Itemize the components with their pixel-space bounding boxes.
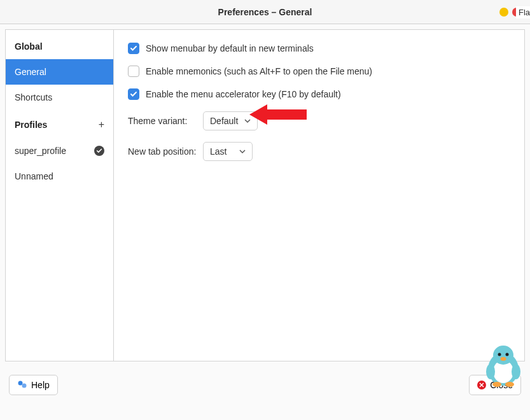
sidebar: Global General Shortcuts Profiles + supe… <box>5 29 114 361</box>
theme-variant-label: Theme variant: <box>128 116 203 126</box>
new-tab-position-value: Last <box>210 146 227 157</box>
mnemonics-checkbox[interactable] <box>128 66 139 77</box>
default-profile-check-icon <box>94 146 104 156</box>
settings-pane: Show menubar by default in new terminals… <box>114 29 525 361</box>
accelerator-label: Enable the menu accelerator key (F10 by … <box>146 89 341 99</box>
mnemonics-label: Enable mnemonics (such as Alt+F to open … <box>146 66 372 76</box>
show-menubar-label: Show menubar by default in new terminals <box>146 43 314 53</box>
theme-variant-row: Theme variant: Default <box>128 111 510 130</box>
svg-point-1 <box>22 384 27 388</box>
close-button[interactable]: Close <box>469 375 521 395</box>
show-menubar-row: Show menubar by default in new terminals <box>128 43 510 54</box>
sidebar-item-label: Unnamed <box>15 171 53 181</box>
new-tab-position-row: New tab position: Last <box>128 142 510 161</box>
main-area: Global General Shortcuts Profiles + supe… <box>0 24 530 367</box>
mnemonics-row: Enable mnemonics (such as Alt+F to open … <box>128 66 510 77</box>
close-icon <box>477 381 486 389</box>
minimize-window-button[interactable] <box>499 8 508 17</box>
sidebar-item-label: super_profile <box>15 146 66 156</box>
sidebar-heading-profiles: Profiles + <box>6 110 113 138</box>
theme-variant-dropdown[interactable]: Default <box>203 111 258 130</box>
sidebar-profile-unnamed[interactable]: Unnamed <box>6 164 113 189</box>
help-icon <box>17 380 27 390</box>
accelerator-row: Enable the menu accelerator key (F10 by … <box>128 88 510 100</box>
help-button-label: Help <box>31 380 50 390</box>
accelerator-checkbox[interactable] <box>128 88 139 100</box>
sidebar-item-general[interactable]: General <box>6 59 113 85</box>
window-title: Preferences – General <box>218 7 312 17</box>
corner-badge: Fla <box>516 6 530 18</box>
sidebar-item-label: General <box>15 67 46 77</box>
new-tab-position-label: New tab position: <box>128 146 203 157</box>
sidebar-heading-global: Global <box>6 32 113 59</box>
sidebar-heading-global-label: Global <box>15 41 43 52</box>
svg-point-0 <box>18 381 23 386</box>
sidebar-item-shortcuts[interactable]: Shortcuts <box>6 85 113 110</box>
add-profile-button[interactable]: + <box>99 119 104 130</box>
close-button-label: Close <box>490 380 513 390</box>
show-menubar-checkbox[interactable] <box>128 43 139 54</box>
sidebar-heading-profiles-label: Profiles <box>15 120 47 130</box>
footer: Help Close <box>0 367 530 403</box>
sidebar-item-label: Shortcuts <box>15 92 52 102</box>
new-tab-position-dropdown[interactable]: Last <box>203 142 253 161</box>
chevron-down-icon <box>239 148 246 155</box>
help-button[interactable]: Help <box>9 375 58 395</box>
theme-variant-value: Default <box>210 116 238 126</box>
titlebar: Preferences – General Fla <box>0 0 530 24</box>
chevron-down-icon <box>244 118 251 124</box>
sidebar-profile-super[interactable]: super_profile <box>6 138 113 164</box>
